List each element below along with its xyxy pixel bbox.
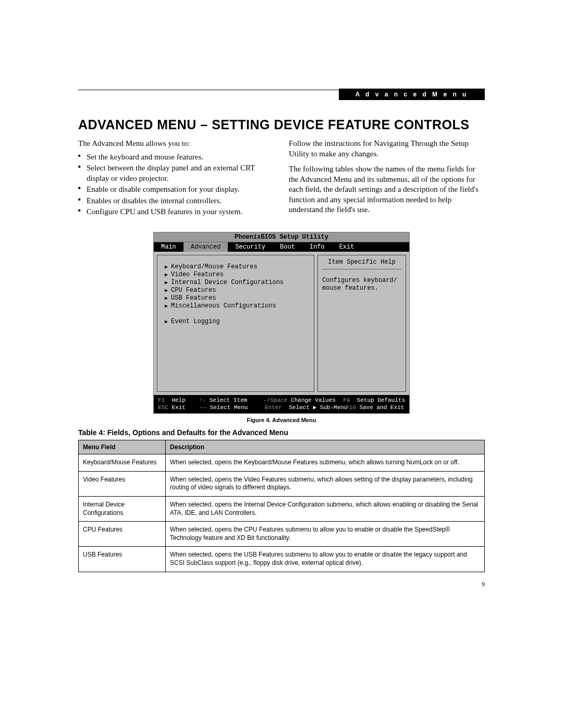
tab-security[interactable]: Security <box>228 242 273 252</box>
bios-menu-item[interactable]: CPU Features <box>165 287 309 294</box>
tab-info[interactable]: Info <box>302 242 332 252</box>
bios-body: Keyboard/Mouse Features Video Features I… <box>154 252 409 395</box>
bios-footer-keys: F1 Help ↑↓ Select Item -/Space Change Va… <box>154 395 409 414</box>
table-header-menu-field: Menu Field <box>79 440 166 454</box>
bios-menu-item[interactable]: Event Logging <box>165 318 309 325</box>
tab-advanced[interactable]: Advanced <box>183 242 228 252</box>
bios-menu-item[interactable]: Video Features <box>165 271 309 278</box>
table-row: CPU Features When selected, opens the CP… <box>79 522 485 547</box>
bios-help-pane: Item Specific Help Configures keyboard/ … <box>317 255 406 392</box>
table-row: Video Features When selected, opens the … <box>79 471 485 496</box>
intro-text: The Advanced Menu allows you to: <box>78 139 274 149</box>
key-label: Help <box>172 397 185 403</box>
table-header-description: Description <box>166 440 485 454</box>
key-arrows-updown: ↑↓ <box>199 397 206 403</box>
right-column: Follow the instructions for Navigating T… <box>289 139 485 220</box>
table-cell-desc: When selected, opens the Internal Device… <box>166 496 485 521</box>
table-row: USB Features When selected, opens the US… <box>79 547 485 572</box>
key-enter: Enter <box>265 404 282 411</box>
table-cell-desc: When selected, opens the Video Features … <box>166 471 485 496</box>
bios-menu-item[interactable]: Miscellaneous Configurations <box>165 302 309 310</box>
document-page: A d v a n c e d M e n u ADVANCED MENU – … <box>0 0 563 728</box>
advanced-menu-fields-table: Menu Field Description Keyboard/Mouse Fe… <box>78 440 485 572</box>
table-cell-desc: When selected, opens the USB Features su… <box>166 547 485 572</box>
table-title: Table 4: Fields, Options and Defaults fo… <box>78 428 485 437</box>
key-arrows-leftright: ←→ <box>200 404 206 411</box>
table-cell-field: Video Features <box>79 471 166 496</box>
two-column-body: The Advanced Menu allows you to: Set the… <box>78 139 485 220</box>
section-header-badge: A d v a n c e d M e n u <box>339 89 485 100</box>
help-pane-text: Configures keyboard/ mouse features. <box>322 277 401 293</box>
bios-tab-bar: Main Advanced Security Boot Info Exit <box>154 242 409 252</box>
bios-screenshot: PhoenixBIOS Setup Utility Main Advanced … <box>153 232 410 414</box>
spacer <box>165 310 309 317</box>
list-item: Set the keyboard and mouse features. <box>78 152 274 163</box>
left-column: The Advanced Menu allows you to: Set the… <box>78 139 274 220</box>
tab-exit[interactable]: Exit <box>332 242 362 252</box>
bios-window-title: PhoenixBIOS Setup Utility <box>154 232 409 242</box>
table-cell-field: CPU Features <box>79 522 166 547</box>
key-label: Select Menu <box>210 404 248 411</box>
bios-menu-item[interactable]: USB Features <box>165 294 309 302</box>
paragraph: Follow the instructions for Navigating T… <box>289 139 485 159</box>
feature-bullet-list: Set the keyboard and mouse features. Sel… <box>78 152 274 217</box>
table-cell-field: Keyboard/Mouse Features <box>79 454 166 472</box>
key-label: Save and Exit <box>359 404 404 411</box>
paragraph: The following tables show the names of t… <box>289 164 485 215</box>
table-cell-field: Internal Device Configurations <box>79 496 166 521</box>
bios-menu-item[interactable]: Keyboard/Mouse Features <box>165 263 309 270</box>
table-cell-desc: When selected, opens the CPU Features su… <box>166 522 485 547</box>
list-item: Enable or disable compensation for your … <box>78 184 274 195</box>
key-label: Exit <box>172 404 185 411</box>
page-number: 9 <box>482 581 485 588</box>
key-minus-space: -/Space <box>263 397 287 403</box>
table-cell-desc: When selected, opens the Keyboard/Mouse … <box>166 454 485 472</box>
key-f1: F1 <box>158 397 165 403</box>
table-row: Keyboard/Mouse Features When selected, o… <box>79 454 485 472</box>
table-cell-field: USB Features <box>79 547 166 572</box>
page-title: ADVANCED MENU – SETTING DEVICE FEATURE C… <box>78 117 485 132</box>
list-item: Select between the display panel and an … <box>78 163 274 183</box>
list-item: Enables or disables the internal control… <box>78 196 274 206</box>
list-item: Configure CPU and USB features in your s… <box>78 207 274 217</box>
table-row: Internal Device Configurations When sele… <box>79 496 485 521</box>
key-f9: F9 <box>343 397 350 403</box>
bios-menu-item[interactable]: Internal Device Configurations <box>165 279 309 286</box>
key-label: Select ▶ Sub-Menu <box>289 404 347 411</box>
key-label: Select Item <box>210 397 248 403</box>
help-pane-title: Item Specific Help <box>322 258 401 269</box>
key-f10: F10 <box>346 404 356 411</box>
tab-main[interactable]: Main <box>154 242 183 252</box>
figure-caption: Figure 4. Advanced Menu <box>78 417 485 423</box>
tab-boot[interactable]: Boot <box>273 242 302 252</box>
bios-menu-pane: Keyboard/Mouse Features Video Features I… <box>157 255 314 392</box>
key-esc: ESC <box>158 404 168 411</box>
key-label: Change Values <box>291 397 336 403</box>
key-label: Setup Defaults <box>357 397 405 403</box>
